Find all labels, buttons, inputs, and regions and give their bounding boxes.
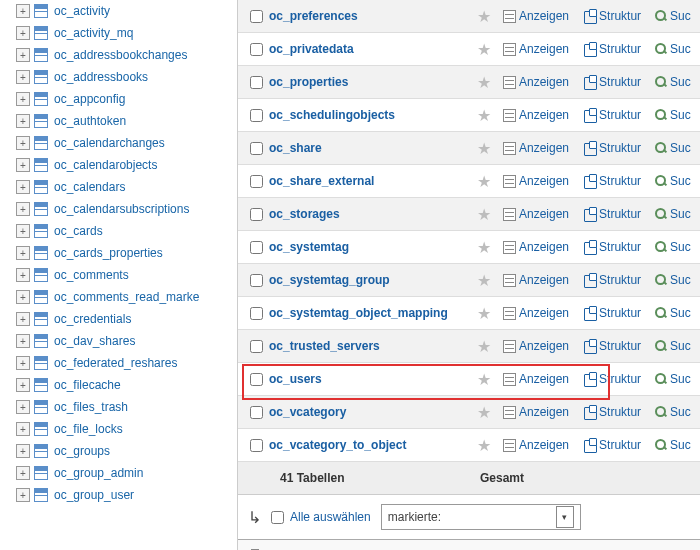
browse-action[interactable]: Anzeigen (499, 306, 573, 320)
sidebar-item[interactable]: +oc_cards (0, 220, 237, 242)
browse-action[interactable]: Anzeigen (499, 42, 573, 56)
table-name-link[interactable]: oc_storages (269, 207, 469, 221)
structure-action[interactable]: Struktur (579, 174, 645, 188)
browse-action[interactable]: Anzeigen (499, 141, 573, 155)
sidebar-item[interactable]: +oc_comments (0, 264, 237, 286)
sidebar-item[interactable]: +oc_group_admin (0, 462, 237, 484)
expand-icon[interactable]: + (16, 444, 30, 458)
browse-action[interactable]: Anzeigen (499, 207, 573, 221)
sidebar-item[interactable]: +oc_activity (0, 0, 237, 22)
sidebar-item[interactable]: +oc_calendars (0, 176, 237, 198)
favorite-star-icon[interactable]: ★ (475, 139, 493, 158)
favorite-star-icon[interactable]: ★ (475, 370, 493, 389)
search-action[interactable]: Suc (651, 306, 695, 320)
search-action[interactable]: Suc (651, 372, 695, 386)
expand-icon[interactable]: + (16, 48, 30, 62)
favorite-star-icon[interactable]: ★ (475, 271, 493, 290)
sidebar-item[interactable]: +oc_appconfig (0, 88, 237, 110)
browse-action[interactable]: Anzeigen (499, 240, 573, 254)
structure-action[interactable]: Struktur (579, 306, 645, 320)
table-name-link[interactable]: oc_systemtag_group (269, 273, 469, 287)
expand-icon[interactable]: + (16, 114, 30, 128)
search-action[interactable]: Suc (651, 339, 695, 353)
search-action[interactable]: Suc (651, 438, 695, 452)
browse-action[interactable]: Anzeigen (499, 9, 573, 23)
bulk-action-select[interactable]: markierte: ▾ (381, 504, 581, 530)
sidebar-item[interactable]: +oc_files_trash (0, 396, 237, 418)
favorite-star-icon[interactable]: ★ (475, 436, 493, 455)
row-checkbox[interactable] (250, 142, 263, 155)
row-checkbox[interactable] (250, 274, 263, 287)
expand-icon[interactable]: + (16, 334, 30, 348)
browse-action[interactable]: Anzeigen (499, 108, 573, 122)
browse-action[interactable]: Anzeigen (499, 405, 573, 419)
expand-icon[interactable]: + (16, 4, 30, 18)
structure-action[interactable]: Struktur (579, 75, 645, 89)
favorite-star-icon[interactable]: ★ (475, 205, 493, 224)
sidebar-item[interactable]: +oc_calendarsubscriptions (0, 198, 237, 220)
row-checkbox[interactable] (250, 208, 263, 221)
table-name-link[interactable]: oc_users (269, 372, 469, 386)
sidebar-item[interactable]: +oc_calendarobjects (0, 154, 237, 176)
favorite-star-icon[interactable]: ★ (475, 304, 493, 323)
favorite-star-icon[interactable]: ★ (475, 403, 493, 422)
browse-action[interactable]: Anzeigen (499, 372, 573, 386)
sidebar-item[interactable]: +oc_addressbookchanges (0, 44, 237, 66)
search-action[interactable]: Suc (651, 405, 695, 419)
expand-icon[interactable]: + (16, 290, 30, 304)
sidebar-item[interactable]: +oc_dav_shares (0, 330, 237, 352)
row-checkbox[interactable] (250, 307, 263, 320)
search-action[interactable]: Suc (651, 75, 695, 89)
sidebar-item[interactable]: +oc_cards_properties (0, 242, 237, 264)
row-checkbox[interactable] (250, 373, 263, 386)
row-checkbox[interactable] (250, 340, 263, 353)
row-checkbox[interactable] (250, 439, 263, 452)
search-action[interactable]: Suc (651, 240, 695, 254)
expand-icon[interactable]: + (16, 488, 30, 502)
expand-icon[interactable]: + (16, 400, 30, 414)
search-action[interactable]: Suc (651, 273, 695, 287)
expand-icon[interactable]: + (16, 158, 30, 172)
expand-icon[interactable]: + (16, 466, 30, 480)
favorite-star-icon[interactable]: ★ (475, 337, 493, 356)
table-name-link[interactable]: oc_trusted_servers (269, 339, 469, 353)
expand-icon[interactable]: + (16, 224, 30, 238)
search-action[interactable]: Suc (651, 9, 695, 23)
sidebar-item[interactable]: +oc_groups (0, 440, 237, 462)
table-name-link[interactable]: oc_vcategory_to_object (269, 438, 469, 452)
table-name-link[interactable]: oc_vcategory (269, 405, 469, 419)
expand-icon[interactable]: + (16, 92, 30, 106)
table-name-link[interactable]: oc_schedulingobjects (269, 108, 469, 122)
row-checkbox[interactable] (250, 10, 263, 23)
expand-icon[interactable]: + (16, 378, 30, 392)
table-name-link[interactable]: oc_properties (269, 75, 469, 89)
structure-action[interactable]: Struktur (579, 405, 645, 419)
search-action[interactable]: Suc (651, 108, 695, 122)
row-checkbox[interactable] (250, 76, 263, 89)
search-action[interactable]: Suc (651, 42, 695, 56)
table-name-link[interactable]: oc_systemtag (269, 240, 469, 254)
structure-action[interactable]: Struktur (579, 207, 645, 221)
browse-action[interactable]: Anzeigen (499, 174, 573, 188)
browse-action[interactable]: Anzeigen (499, 438, 573, 452)
browse-action[interactable]: Anzeigen (499, 273, 573, 287)
favorite-star-icon[interactable]: ★ (475, 73, 493, 92)
row-checkbox[interactable] (250, 175, 263, 188)
row-checkbox[interactable] (250, 241, 263, 254)
table-name-link[interactable]: oc_share (269, 141, 469, 155)
sidebar-item[interactable]: +oc_filecache (0, 374, 237, 396)
sidebar-item[interactable]: +oc_file_locks (0, 418, 237, 440)
sidebar-item[interactable]: +oc_authtoken (0, 110, 237, 132)
favorite-star-icon[interactable]: ★ (475, 40, 493, 59)
expand-icon[interactable]: + (16, 246, 30, 260)
table-name-link[interactable]: oc_preferences (269, 9, 469, 23)
sidebar-item[interactable]: +oc_federated_reshares (0, 352, 237, 374)
structure-action[interactable]: Struktur (579, 42, 645, 56)
select-all-checkbox[interactable] (271, 511, 284, 524)
row-checkbox[interactable] (250, 109, 263, 122)
select-all[interactable]: Alle auswählen (271, 510, 371, 524)
sidebar-item[interactable]: +oc_calendarchanges (0, 132, 237, 154)
structure-action[interactable]: Struktur (579, 240, 645, 254)
structure-action[interactable]: Struktur (579, 108, 645, 122)
expand-icon[interactable]: + (16, 312, 30, 326)
